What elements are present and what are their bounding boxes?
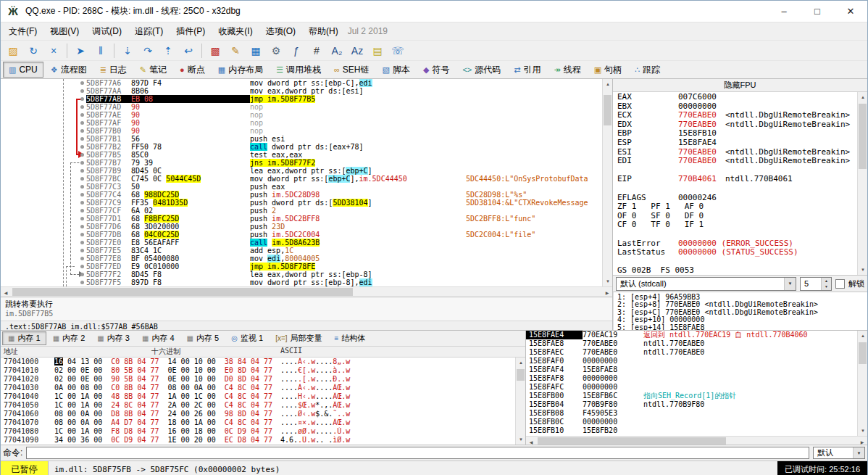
dump-row[interactable]: 7704101002 00 0E 00 80 5B 04 77 0E 00 10…	[1, 366, 515, 375]
scroll-up-arrow[interactable]: ▲	[603, 79, 612, 89]
breakpoint-dot[interactable]	[80, 161, 84, 165]
stack-row[interactable]: 15E8FB0015E8FB6C指向SEH_Record[1]的指针	[526, 392, 857, 400]
tab-references[interactable]: ⇄引用	[508, 62, 546, 78]
arg-count-spinner[interactable]: 5 ▲ ▼	[800, 277, 832, 291]
disasm-row[interactable]: 5D8F77C9FF35 0481D35Dpush dword ptr ds:[…	[1, 199, 602, 207]
run-to-return-button[interactable]: ↩	[179, 42, 198, 59]
disasm-row[interactable]: 5D8F77EDE9 0C010000jmp im.5D8F78FE	[1, 263, 602, 270]
register-row[interactable]: ECX770EABE0<ntdll.DbgUiRemoteBreakin>	[617, 111, 857, 120]
calculator-button[interactable]: ƒ	[287, 42, 306, 59]
scroll-down-arrow[interactable]: ▼	[858, 426, 867, 436]
dump-row[interactable]: 770410801C 00 1A 00 F8 D8 04 77 16 00 18…	[1, 427, 515, 436]
breakpoint-dot[interactable]	[80, 177, 84, 181]
disasm-row[interactable]: 5D8F77C350push eax	[1, 183, 602, 191]
maximize-button[interactable]: □	[801, 1, 834, 22]
disasm-row[interactable]: 5D8F77D168 F8BFC25Dpush im.5DC2BFF85DC2B…	[1, 215, 602, 223]
minimize-button[interactable]: –	[767, 1, 801, 22]
dump-row[interactable]: 7704109034 00 36 00 0C D9 04 77 1E 00 20…	[1, 436, 515, 445]
register-row[interactable]: CF 0 TF 0 IF 1	[617, 220, 857, 230]
menu-item-插件(P)[interactable]: 插件(P)	[170, 22, 212, 40]
stack-row[interactable]: 15E8FB08F45905E3	[526, 409, 857, 418]
breakpoint-dot[interactable]	[80, 89, 84, 93]
tab-breakpoints[interactable]: ●断点	[174, 62, 211, 78]
tab-log[interactable]: ≣日志	[94, 62, 133, 78]
stack-row[interactable]: 15E8FB1015E8FB20	[526, 426, 857, 435]
stack-row[interactable]: 15E8FAF415E8FAE8	[526, 365, 857, 374]
breakpoint-dot[interactable]	[80, 145, 84, 149]
dump-row[interactable]: 770410501C 00 1A 00 24 8C 04 77 2A 00 2C…	[1, 401, 515, 410]
disasm-row[interactable]: 5D8F77AA8B06mov eax,dword ptr ds:[esi]	[1, 87, 602, 95]
tab-source[interactable]: <>源代码	[456, 62, 506, 78]
disasm-row[interactable]: 5D8F77ABEB 08jmp im.5D8F77B5	[1, 95, 602, 103]
font-small-button[interactable]: A₂	[327, 42, 346, 59]
register-row[interactable]: EDX770EABE0<ntdll.DbgUiRemoteBreakin>	[617, 120, 857, 130]
scroll-up-arrow[interactable]: ▲	[858, 331, 867, 341]
tab-script[interactable]: ▧脚本	[377, 62, 416, 78]
tab-locals[interactable]: [x=]局部变量	[270, 331, 327, 345]
register-row[interactable]: EAX007C6000	[617, 93, 857, 102]
breakpoint-dot[interactable]	[80, 209, 84, 212]
tab-watch-1[interactable]: ◎监视 1	[225, 331, 269, 345]
disasm-row[interactable]: 5D8F77F28D45 F8lea eax,dword ptr ss:[ebp…	[1, 270, 602, 278]
breakpoint-dot[interactable]	[80, 217, 84, 220]
tab-graph[interactable]: ❖流程图	[45, 62, 93, 78]
convention-dropdown[interactable]: 默认 (stdcall) ▼	[616, 277, 796, 291]
tab-memory-map[interactable]: ▦内存布局	[212, 62, 269, 78]
dump-row[interactable]: 7704106008 00 0A 00 D8 8B 04 77 24 00 26…	[1, 410, 515, 418]
disasm-row[interactable]: 5D8F77B585C0test eax,eax	[1, 151, 602, 159]
disasm-row[interactable]: 5D8F77B779 39jns im.5D8F77F2	[1, 159, 602, 167]
breakpoint-dot[interactable]	[80, 169, 84, 173]
spinner-down-icon[interactable]: ▼	[822, 284, 831, 290]
breakpoint-dot[interactable]	[80, 225, 84, 228]
breakpoint-dot[interactable]	[80, 273, 84, 276]
dump-row[interactable]: 7704102002 00 0E 00 90 5B 04 77 0E 00 10…	[1, 375, 515, 384]
notes-pad-button[interactable]: ▤	[368, 42, 387, 59]
tab-seh[interactable]: ∞SEH链	[328, 62, 375, 78]
run-button[interactable]: ➤	[71, 42, 90, 59]
tab-trace[interactable]: ∴跟踪	[629, 62, 666, 78]
disasm-row[interactable]: 5D8F77A6897D F4mov dword ptr ss:[ebp-C],…	[1, 79, 602, 87]
disasm-row[interactable]: 5D8F77BCC745 0C 5044C45Dmov dword ptr ss…	[1, 175, 602, 183]
menu-item-帮助(H)[interactable]: 帮助(H)	[302, 22, 345, 40]
text-decode-button[interactable]: Az	[348, 42, 367, 59]
disasm-row[interactable]: 5D8F77AF90nop	[1, 119, 602, 127]
disasm-row[interactable]: 5D8F77AD90nop	[1, 103, 602, 111]
menu-item-视图(V)[interactable]: 视图(V)	[43, 22, 85, 40]
tab-struct[interactable]: ≡结构体	[329, 331, 372, 345]
step-out-button[interactable]: ⇡	[159, 42, 178, 59]
disasm-row[interactable]: 5D8F77B2FF50 78call dword ptr ds:[eax+78…	[1, 143, 602, 151]
step-over-button[interactable]: ↷	[138, 42, 157, 59]
register-row[interactable]: ESP15E8FAE4	[617, 139, 857, 148]
breakpoint-dot[interactable]	[80, 153, 84, 157]
stack-row[interactable]: 15E8FB04770B9F80ntdll.770B9F80	[526, 400, 857, 409]
scroll-down-arrow[interactable]: ▼	[516, 434, 525, 445]
scrollbar-thumb[interactable]	[517, 369, 525, 381]
comment-button[interactable]: ✎	[226, 42, 245, 59]
disasm-row[interactable]: 5D8F77C468 988DC25Dpush im.5DC28D985DC28…	[1, 191, 602, 199]
scroll-down-arrow[interactable]: ▼	[858, 265, 867, 275]
argument-row[interactable]: 4: [esp+10] 00000000	[617, 316, 867, 323]
scrollbar-thumb[interactable]	[538, 437, 726, 445]
tab-notes[interactable]: ✎笔记	[134, 62, 172, 78]
disasm-row[interactable]: 5D8F77D668 3D020000push 23D	[1, 223, 602, 231]
scrollbar-thumb[interactable]	[859, 342, 867, 364]
tab-dump-1[interactable]: ▦内存 1	[2, 331, 46, 345]
scroll-up-arrow[interactable]: ▲	[858, 92, 867, 102]
disasm-row[interactable]: 5D8F77E0E8 56EAFAFFcall im.5D8A623B	[1, 239, 602, 247]
chevron-down-icon[interactable]: ▼	[853, 447, 864, 458]
memory-map-button[interactable]: ▦	[246, 42, 265, 59]
register-row[interactable]: GS 002B FS 0053	[617, 266, 857, 275]
scroll-up-arrow[interactable]: ▲	[516, 358, 525, 368]
disasm-row[interactable]: 5D8F77B090nop	[1, 127, 602, 135]
pause-button[interactable]: ‖	[91, 42, 110, 59]
scroll-left-arrow[interactable]: ◀	[1, 287, 11, 297]
scroll-down-arrow[interactable]: ▼	[603, 276, 612, 286]
disasm-row[interactable]: 5D8F77CF6A 02push 2	[1, 207, 602, 215]
unlock-checkbox[interactable]	[835, 279, 845, 289]
tab-dump-5[interactable]: ▦内存 5	[181, 331, 225, 345]
breakpoint-dot[interactable]	[80, 265, 84, 268]
close-button[interactable]: ×	[44, 42, 63, 59]
scrollbar-thumb[interactable]	[12, 288, 353, 296]
breakpoint-dot[interactable]	[80, 193, 84, 197]
spinner-up-icon[interactable]: ▲	[822, 278, 831, 284]
